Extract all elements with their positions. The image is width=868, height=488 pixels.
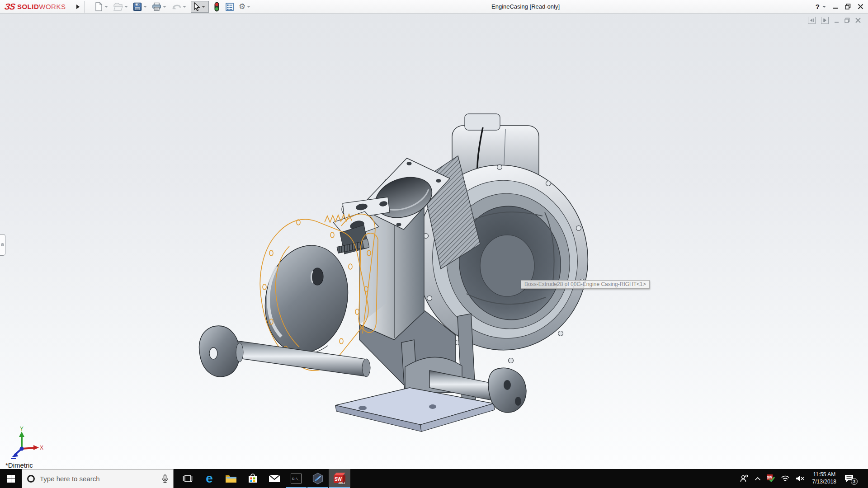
solidworks-monitor-button[interactable]: SW	[767, 474, 775, 483]
windows-logo-icon	[7, 475, 15, 483]
wifi-icon	[781, 475, 790, 482]
taskbar-file-explorer[interactable]	[220, 469, 242, 488]
command-prompt-icon: C:\_	[291, 474, 302, 483]
close-button[interactable]	[858, 4, 863, 9]
taskbar-edge[interactable]: e	[198, 469, 220, 488]
rebuild-button[interactable]	[213, 1, 220, 13]
dropdown-caret-icon[interactable]	[143, 6, 147, 8]
start-button[interactable]	[0, 469, 22, 488]
toolbar-flyout-button[interactable]	[74, 1, 82, 12]
volume-button[interactable]	[796, 475, 805, 482]
taskbar-store[interactable]	[242, 469, 264, 488]
taskbar-hexagon-app[interactable]	[307, 469, 329, 488]
solidworks-window: ЗS SOLID WORKS	[0, 0, 868, 488]
taskbar-solidworks-2017[interactable]: SW 2017	[329, 469, 350, 488]
window-controls: ?	[816, 0, 863, 13]
taskbar-app-icons: e	[177, 469, 350, 488]
action-center-button[interactable]: 3	[844, 474, 857, 483]
dropdown-caret-icon[interactable]	[183, 6, 186, 8]
tab-handle-dot-icon	[1, 243, 4, 246]
engine-casing-model[interactable]	[0, 14, 868, 469]
undo-arrow-icon	[171, 2, 181, 11]
task-view-button[interactable]	[177, 469, 198, 488]
people-icon	[740, 474, 749, 483]
tray-chevron-button[interactable]	[755, 477, 761, 481]
taskbar-clock[interactable]: 11:55 AM 7/13/2018	[811, 471, 838, 485]
clock-time: 11:55 AM	[812, 471, 836, 479]
triad-x-label: X	[40, 445, 43, 451]
store-icon	[247, 473, 258, 484]
taskbar-command-prompt[interactable]: C:\_	[285, 469, 307, 488]
window-title: EngineCasing [Read-only]	[491, 0, 560, 13]
part-side-cover[interactable]	[255, 238, 358, 361]
gear-icon: ⚙	[239, 3, 245, 10]
save-floppy-icon	[133, 2, 142, 11]
print-icon	[152, 2, 161, 11]
mail-icon	[269, 474, 280, 483]
logo-mark-icon: ЗS	[4, 2, 15, 12]
network-button[interactable]	[781, 475, 790, 482]
dropdown-caret-icon[interactable]	[104, 6, 108, 8]
windows-taskbar: e	[0, 469, 868, 488]
taskbar-mail[interactable]	[264, 469, 285, 488]
orientation-triad: Y X	[7, 425, 43, 460]
search-input[interactable]	[40, 475, 157, 483]
clock-date: 7/13/2018	[812, 479, 836, 486]
edge-icon: e	[206, 472, 213, 485]
notification-badge: 3	[851, 478, 858, 485]
toolbar-separator	[84, 1, 85, 13]
dropdown-caret-icon[interactable]	[163, 6, 166, 8]
print-button[interactable]	[151, 1, 169, 12]
dropdown-caret-icon[interactable]	[124, 6, 128, 8]
save-button[interactable]	[132, 1, 150, 12]
title-bar: ЗS SOLID WORKS	[0, 0, 868, 14]
help-caret-icon[interactable]	[822, 6, 826, 8]
new-document-icon	[94, 2, 103, 11]
main-toolbar: ⚙	[94, 0, 255, 13]
dropdown-caret-icon[interactable]	[247, 6, 250, 8]
help-button[interactable]: ?	[816, 3, 820, 10]
microphone-icon[interactable]	[162, 474, 168, 483]
file-explorer-icon	[225, 474, 237, 483]
logo-text-light: WORKS	[39, 3, 66, 10]
speaker-mute-icon	[796, 475, 805, 482]
minimize-button[interactable]	[833, 4, 838, 9]
options-button[interactable]: ⚙	[238, 2, 253, 11]
file-properties-icon	[225, 2, 234, 11]
people-button[interactable]	[740, 474, 749, 483]
open-folder-icon	[113, 2, 123, 11]
restore-button[interactable]	[845, 4, 851, 9]
triad-y-label: Y	[20, 426, 24, 432]
flyout-arrow-icon	[76, 5, 80, 9]
cortana-icon	[27, 475, 35, 483]
solidworks-check-icon: SW	[767, 474, 775, 483]
traffic-light-icon	[214, 2, 220, 12]
view-orientation-label: *Dimetric	[5, 461, 33, 469]
taskbar-search[interactable]	[22, 469, 174, 488]
system-tray: SW 1	[740, 469, 868, 488]
solidworks-logo: ЗS SOLID WORKS	[5, 0, 66, 13]
file-properties-button[interactable]	[225, 1, 235, 12]
feature-manager-collapsed-tab[interactable]	[0, 234, 5, 256]
task-view-icon	[183, 474, 193, 483]
new-document-button[interactable]	[94, 1, 111, 12]
open-button[interactable]	[113, 1, 131, 12]
cmd-label: C:\_	[292, 477, 300, 481]
hexagon-app-icon	[312, 473, 324, 484]
dropdown-caret-icon[interactable]	[202, 6, 205, 8]
green-check-icon	[769, 477, 775, 482]
logo-text-bold: SOLID	[17, 3, 39, 10]
solidworks-2017-icon: SW 2017	[334, 473, 345, 484]
select-cursor-icon	[192, 2, 200, 11]
undo-button[interactable]	[171, 1, 189, 12]
feature-tooltip: Boss-Extrude28 of 00G-Engine Casing-RIGH…	[521, 280, 650, 289]
graphics-viewport[interactable]: Boss-Extrude28 of 00G-Engine Casing-RIGH…	[0, 14, 868, 469]
chevron-up-icon	[755, 477, 761, 481]
select-tool-button[interactable]	[191, 1, 209, 13]
sw-year-label: 2017	[335, 481, 345, 484]
